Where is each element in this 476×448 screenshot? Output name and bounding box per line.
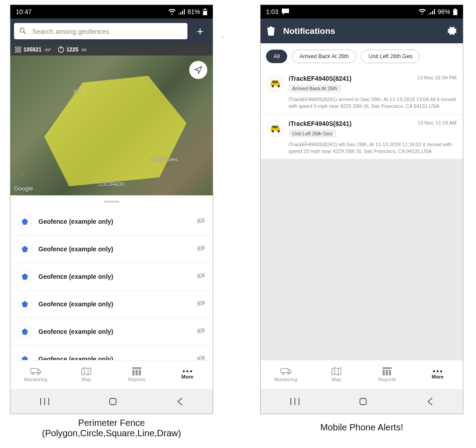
- svg-rect-40: [383, 367, 392, 369]
- svg-point-35: [278, 130, 280, 132]
- svg-marker-11: [22, 301, 28, 307]
- map-label-google: Google: [14, 185, 33, 192]
- tab-label: More: [182, 374, 193, 379]
- map-view[interactable]: WY UT COLORADO United States Google: [10, 55, 213, 195]
- geofence-polygon[interactable]: [37, 74, 191, 195]
- chip-all[interactable]: All: [266, 50, 287, 63]
- area-value: 105821: [23, 46, 42, 53]
- pentagon-icon: [18, 269, 32, 284]
- tab-more[interactable]: More: [412, 360, 463, 389]
- filter-chips: All Arrived Back At 26th Unit Left 26th …: [261, 43, 463, 69]
- svg-point-26: [190, 370, 192, 372]
- notification-item[interactable]: iTrackEF4940S(8241)Unit Left 26th Geo13 …: [261, 115, 463, 160]
- visibility-off-icon[interactable]: [196, 299, 205, 309]
- list-item[interactable]: Geofence (example only): [10, 208, 213, 236]
- pentagon-icon: [18, 242, 32, 256]
- status-time: 1:03: [266, 8, 278, 15]
- car-icon: [267, 120, 284, 137]
- svg-point-24: [183, 370, 185, 372]
- gear-icon[interactable]: [448, 27, 457, 36]
- area-icon: [15, 46, 21, 53]
- notification-tag: Unit Left 26th Geo: [289, 129, 336, 138]
- tab-label: Reports: [128, 377, 146, 382]
- visibility-off-icon[interactable]: [196, 272, 205, 282]
- page-title: Notifications: [283, 26, 439, 36]
- svg-rect-20: [132, 367, 141, 369]
- svg-rect-37: [281, 369, 288, 373]
- svg-point-34: [272, 130, 274, 132]
- reports-icon: [132, 367, 141, 375]
- tab-reports[interactable]: Reports: [362, 360, 412, 389]
- separator-dot: .: [221, 30, 224, 40]
- svg-marker-13: [22, 328, 28, 335]
- tab-label: More: [432, 374, 443, 379]
- status-right: 96%: [419, 8, 457, 15]
- chip-left[interactable]: Unit Left 26th Geo: [361, 50, 420, 63]
- geofence-list[interactable]: Geofence (example only)Geofence (example…: [10, 208, 213, 373]
- list-item[interactable]: Geofence (example only): [10, 263, 213, 291]
- status-battery: 81%: [187, 8, 200, 15]
- van-icon: [280, 367, 291, 375]
- tab-monitoring[interactable]: Monitoring: [10, 360, 61, 389]
- tab-map[interactable]: Map: [61, 360, 112, 389]
- tab-label: Map: [331, 377, 341, 382]
- tab-label: Monitoring: [274, 377, 297, 382]
- navigation-icon: [194, 65, 203, 74]
- home-button[interactable]: [359, 397, 368, 406]
- svg-point-18: [32, 373, 34, 374]
- tab-bar: Monitoring Map Reports More: [10, 360, 213, 389]
- search-input[interactable]: [32, 28, 183, 35]
- home-button[interactable]: [108, 397, 117, 406]
- back-button[interactable]: [427, 397, 433, 406]
- phone-notifications: 1:03 96% Notifications All Arrived Back …: [260, 5, 463, 414]
- battery-icon: [453, 9, 457, 15]
- visibility-off-icon[interactable]: [196, 327, 205, 337]
- list-item[interactable]: Geofence (example only): [10, 291, 213, 318]
- map-label-ut: UT: [19, 172, 24, 177]
- svg-marker-4: [44, 76, 187, 186]
- svg-point-44: [433, 370, 435, 372]
- visibility-off-icon[interactable]: [196, 244, 205, 254]
- notification-time: 13 Nov, 01:04 PM: [417, 75, 457, 80]
- notification-item[interactable]: iTrackEF4940S(8241)Arrived Back At 26th1…: [261, 69, 463, 115]
- svg-rect-2: [203, 11, 207, 15]
- status-time: 10:47: [16, 8, 32, 15]
- svg-point-31: [272, 85, 274, 88]
- status-bar: 10:47 81%: [10, 5, 213, 18]
- visibility-off-icon[interactable]: [196, 217, 205, 226]
- search-bar-container: +: [10, 18, 213, 44]
- more-icon: [182, 370, 192, 373]
- svg-rect-42: [386, 370, 388, 375]
- notification-list[interactable]: iTrackEF4940S(8241)Arrived Back At 26th1…: [261, 69, 463, 159]
- svg-point-38: [282, 373, 284, 374]
- tab-reports[interactable]: Reports: [112, 360, 162, 389]
- recents-button[interactable]: [40, 398, 49, 405]
- add-button[interactable]: +: [191, 22, 209, 40]
- svg-marker-7: [22, 246, 28, 252]
- svg-point-39: [288, 373, 289, 374]
- svg-rect-21: [132, 370, 135, 375]
- back-button[interactable]: [177, 397, 183, 406]
- title-bar: Notifications: [261, 18, 463, 43]
- search-field[interactable]: [14, 23, 187, 39]
- list-item[interactable]: Geofence (example only): [10, 236, 213, 263]
- android-nav-bar: [10, 389, 213, 414]
- trash-icon[interactable]: [267, 27, 275, 36]
- drag-handle[interactable]: [10, 195, 213, 208]
- recents-button[interactable]: [290, 398, 299, 405]
- svg-rect-33: [272, 81, 278, 83]
- reports-icon: [383, 367, 392, 375]
- perimeter-value: 1225: [66, 46, 79, 53]
- list-item[interactable]: Geofence (example only): [10, 318, 213, 346]
- svg-rect-36: [272, 126, 278, 128]
- tab-map[interactable]: Map: [311, 360, 362, 389]
- pentagon-icon: [18, 214, 32, 229]
- signal-icon: [178, 9, 185, 14]
- map-label-wy: WY: [74, 89, 81, 94]
- tab-monitoring[interactable]: Monitoring: [261, 360, 311, 389]
- pentagon-icon: [18, 297, 32, 311]
- svg-point-19: [37, 373, 39, 374]
- locate-button[interactable]: [189, 61, 207, 79]
- tab-more[interactable]: More: [162, 360, 213, 389]
- chip-arrived[interactable]: Arrived Back At 26th: [292, 50, 356, 63]
